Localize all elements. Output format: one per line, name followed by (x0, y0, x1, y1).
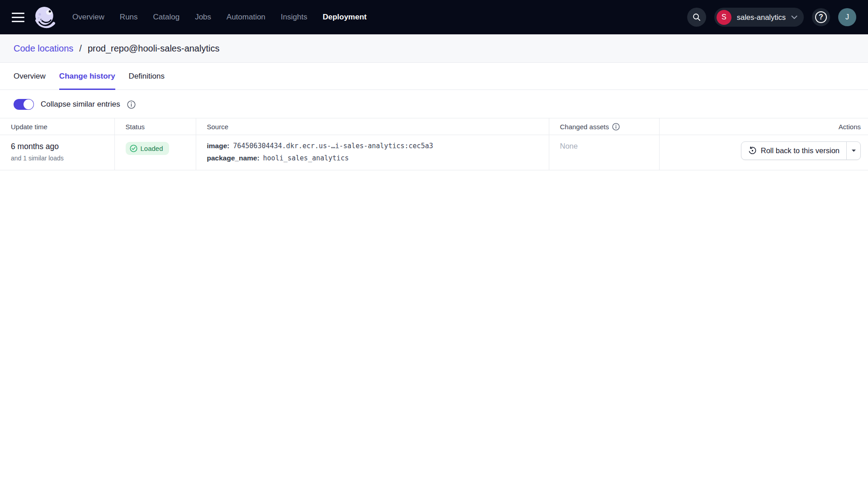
org-avatar: S (717, 10, 731, 25)
status-badge: Loaded (126, 142, 169, 155)
col-header-source: Source (196, 118, 549, 135)
source-image-key: image: (207, 142, 230, 150)
nav-item-jobs[interactable]: Jobs (195, 13, 211, 22)
rollback-button[interactable]: Roll back to this version (741, 142, 846, 160)
chevron-down-icon (791, 15, 797, 19)
breadcrumb: Code locations / prod_repo@hooli-sales-a… (0, 34, 868, 63)
nav-right-cluster: S sales-analytics ? J (687, 8, 856, 27)
search-button[interactable] (687, 8, 706, 27)
col-header-status: Status (114, 118, 196, 135)
user-avatar[interactable]: J (838, 8, 856, 26)
hamburger-menu-icon[interactable] (12, 13, 24, 22)
collapse-similar-entries-toggle[interactable] (14, 99, 34, 110)
col-header-update-time: Update time (0, 118, 114, 135)
nav-item-insights[interactable]: Insights (281, 13, 307, 22)
info-icon[interactable] (612, 123, 620, 131)
update-time: 6 months ago (11, 142, 104, 151)
source-image-value: 764506304434.dkr.ecr.us-…i-sales-analyti… (233, 142, 433, 150)
collapse-toggle-label: Collapse similar entries (41, 100, 120, 109)
search-icon (692, 13, 701, 22)
org-switcher[interactable]: S sales-analytics (714, 8, 804, 27)
tab-definitions[interactable]: Definitions (129, 63, 165, 89)
rollback-dropdown-button[interactable] (846, 142, 860, 160)
table-header-row: Update time Status Source Changed assets… (0, 118, 868, 135)
source-package-key: package_name: (207, 154, 259, 162)
help-button[interactable]: ? (812, 8, 830, 26)
changed-assets-value: None (560, 142, 578, 150)
table-row: 6 months ago and 1 similar loads Loaded … (0, 135, 868, 170)
breadcrumb-code-locations-link[interactable]: Code locations (14, 43, 73, 54)
rollback-history-icon (748, 146, 757, 155)
tab-bar: Overview Change history Definitions (0, 63, 868, 90)
nav-item-overview[interactable]: Overview (72, 13, 104, 22)
similar-loads-note: and 1 similar loads (11, 155, 104, 162)
nav-item-deployment[interactable]: Deployment (323, 13, 367, 22)
dagster-logo-icon[interactable] (33, 6, 56, 28)
primary-nav: Overview Runs Catalog Jobs Automation In… (72, 13, 367, 22)
cell-source: image: 764506304434.dkr.ecr.us-…i-sales-… (196, 135, 549, 170)
cell-update-time: 6 months ago and 1 similar loads (0, 135, 114, 170)
controls-row: Collapse similar entries (0, 90, 868, 118)
tab-overview[interactable]: Overview (14, 63, 46, 89)
check-circle-icon (130, 145, 137, 152)
nav-item-automation[interactable]: Automation (226, 13, 265, 22)
source-package-value: hooli_sales_analytics (263, 154, 349, 162)
col-header-actions: Actions (659, 118, 868, 135)
org-name: sales-analytics (737, 13, 786, 22)
info-icon[interactable] (127, 100, 136, 109)
cell-actions: Roll back to this version (659, 135, 868, 170)
nav-item-runs[interactable]: Runs (120, 13, 138, 22)
rollback-split-button: Roll back to this version (741, 141, 861, 160)
cell-status: Loaded (114, 135, 196, 170)
col-header-changed-assets: Changed assets (549, 118, 659, 135)
breadcrumb-separator: / (79, 43, 82, 54)
help-icon: ? (815, 11, 827, 23)
top-nav: Overview Runs Catalog Jobs Automation In… (0, 0, 868, 34)
cell-changed-assets: None (549, 135, 659, 170)
tab-change-history[interactable]: Change history (59, 63, 115, 89)
change-history-table: Update time Status Source Changed assets… (0, 118, 868, 170)
nav-item-catalog[interactable]: Catalog (153, 13, 180, 22)
caret-down-icon (851, 149, 856, 152)
breadcrumb-current: prod_repo@hooli-sales-analytics (88, 43, 220, 54)
